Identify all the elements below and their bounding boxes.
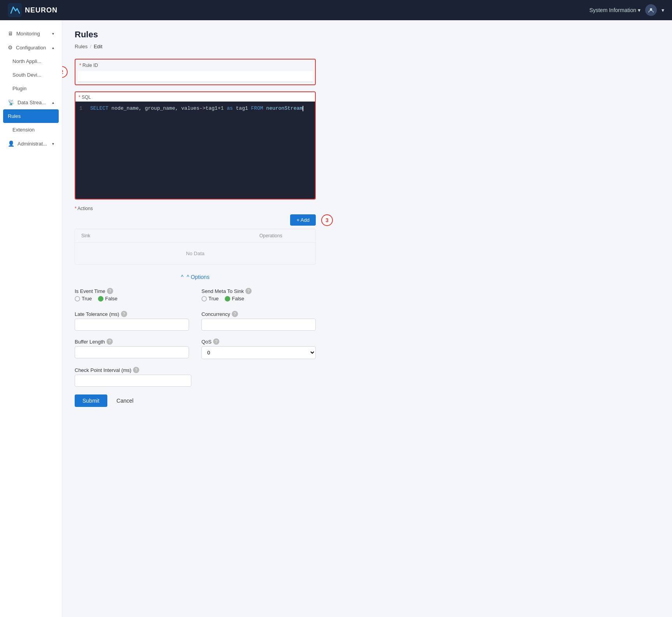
qos-label: QoS ? bbox=[201, 338, 316, 345]
sidebar-item-data-stream[interactable]: 📡 Data Strea... ▴ bbox=[0, 95, 62, 109]
sql-line-number: 1 bbox=[79, 105, 86, 111]
late-tolerance-field: Late Tolerance (ms) ? 1000 bbox=[75, 311, 189, 331]
col-sink: Sink bbox=[75, 229, 253, 242]
actions-table: Sink Operations No Data bbox=[75, 229, 316, 265]
monitor-icon: 🖥 bbox=[8, 30, 13, 37]
send-meta-radio: True False bbox=[201, 296, 316, 303]
sidebar-item-monitoring[interactable]: 🖥 Monitoring ▾ bbox=[0, 26, 62, 40]
topnav-right: System Information ▾ ▾ bbox=[589, 4, 664, 16]
is-event-time-false[interactable]: False bbox=[98, 296, 117, 301]
options-chevron-icon: ^ bbox=[181, 274, 184, 280]
options-label: ^ Options bbox=[187, 274, 210, 280]
sidebar-label-south-devices: South Devi... bbox=[12, 72, 41, 78]
send-meta-field: Send Meta To Sink ? True False bbox=[201, 288, 316, 303]
is-event-time-help-icon[interactable]: ? bbox=[107, 288, 113, 294]
sql-box: SQL 1 SELECT node_name, group_name, valu… bbox=[75, 91, 316, 200]
app-name: NEURON bbox=[25, 6, 58, 14]
options-toggle[interactable]: ^ ^ Options bbox=[75, 274, 316, 280]
breadcrumb: Rules / Edit bbox=[75, 44, 660, 49]
sidebar-item-extension[interactable]: Extension bbox=[0, 123, 62, 137]
topnav: NEURON System Information ▾ ▾ bbox=[0, 0, 672, 20]
system-info-menu[interactable]: System Information ▾ bbox=[589, 7, 640, 13]
page-title: Rules bbox=[75, 30, 660, 40]
submit-button[interactable]: Submit bbox=[75, 394, 107, 407]
system-info-label: System Information bbox=[589, 7, 636, 13]
is-event-time-field: Is Event Time ? True False bbox=[75, 288, 189, 303]
sidebar-item-south-devices[interactable]: South Devi... bbox=[0, 68, 62, 82]
chevron-configuration: ▴ bbox=[52, 46, 54, 50]
sql-code: SELECT node_name, group_name, values->ta… bbox=[90, 105, 303, 111]
concurrency-help-icon[interactable]: ? bbox=[232, 311, 238, 317]
concurrency-input[interactable]: 1 bbox=[201, 319, 316, 331]
send-meta-help-icon[interactable]: ? bbox=[245, 288, 252, 294]
buffer-length-help-icon[interactable]: ? bbox=[107, 338, 113, 345]
chevron-down-icon: ▾ bbox=[638, 7, 640, 13]
is-event-time-radio: True False bbox=[75, 296, 189, 303]
sidebar-label-plugin: Plugin bbox=[12, 86, 26, 91]
sidebar-item-configuration[interactable]: ⚙ Configuration ▴ bbox=[0, 40, 62, 54]
sidebar-label-rules: Rules bbox=[8, 113, 21, 119]
sql-editor[interactable]: 1 SELECT node_name, group_name, values->… bbox=[75, 102, 315, 199]
late-tolerance-label: Late Tolerance (ms) ? bbox=[75, 311, 189, 317]
buffer-length-field: Buffer Length ? 1024 bbox=[75, 338, 189, 359]
sql-label: SQL bbox=[75, 92, 315, 102]
datastream-icon: 📡 bbox=[8, 99, 14, 105]
user-chevron-icon[interactable]: ▾ bbox=[662, 7, 664, 13]
add-action-button[interactable]: + Add bbox=[290, 214, 316, 226]
is-event-time-true[interactable]: True bbox=[75, 296, 92, 301]
actions-label: Actions bbox=[75, 206, 316, 211]
actions-section: Actions + Add 3 Sink Operations No Data bbox=[75, 206, 316, 265]
user-avatar[interactable] bbox=[645, 4, 657, 16]
qos-help-icon[interactable]: ? bbox=[213, 338, 219, 345]
sidebar-label-administration: Administrat... bbox=[18, 141, 47, 147]
breadcrumb-rules[interactable]: Rules bbox=[75, 44, 88, 49]
radio-green-dot-2 bbox=[225, 296, 230, 301]
send-meta-false[interactable]: False bbox=[225, 296, 244, 301]
cancel-button[interactable]: Cancel bbox=[112, 394, 138, 407]
checkpoint-input[interactable]: 300000 bbox=[75, 375, 191, 387]
send-meta-true[interactable]: True bbox=[201, 296, 219, 301]
admin-icon: 👤 bbox=[8, 140, 14, 147]
sidebar-label-monitoring: Monitoring bbox=[16, 31, 40, 37]
is-event-time-label: Is Event Time ? bbox=[75, 288, 189, 294]
late-tolerance-help-icon[interactable]: ? bbox=[121, 311, 127, 317]
breadcrumb-sep: / bbox=[90, 44, 91, 49]
sidebar-label-north-apps: North Appli... bbox=[12, 58, 41, 64]
buffer-length-label: Buffer Length ? bbox=[75, 338, 189, 345]
radio-empty-circle-2 bbox=[201, 296, 207, 301]
form-actions: Submit Cancel bbox=[75, 394, 660, 407]
step-3-circle: 3 bbox=[321, 214, 333, 226]
checkpoint-help-icon[interactable]: ? bbox=[133, 367, 139, 373]
sidebar-label-data-stream: Data Strea... bbox=[18, 100, 46, 105]
no-data-row: No Data bbox=[75, 243, 315, 264]
chevron-monitoring: ▾ bbox=[52, 32, 54, 36]
checkpoint-label: Check Point Interval (ms) ? bbox=[75, 367, 316, 373]
send-meta-label: Send Meta To Sink ? bbox=[201, 288, 316, 294]
sidebar-label-configuration: Configuration bbox=[16, 45, 46, 51]
qos-select[interactable]: 0 1 2 bbox=[201, 346, 316, 359]
rule-id-label: Rule ID bbox=[78, 62, 313, 70]
sidebar-item-rules[interactable]: Rules bbox=[3, 109, 59, 123]
svg-point-1 bbox=[650, 8, 652, 11]
config-icon: ⚙ bbox=[8, 44, 13, 51]
step-2-circle: 2 bbox=[62, 66, 68, 78]
buffer-length-input[interactable]: 1024 bbox=[75, 346, 189, 358]
chevron-datastream: ▴ bbox=[52, 100, 54, 105]
options-grid: Is Event Time ? True False S bbox=[75, 288, 316, 387]
main-content: Rules Rules / Edit 2 Rule ID increment_r… bbox=[62, 20, 672, 617]
sidebar-item-administration[interactable]: 👤 Administrat... ▾ bbox=[0, 137, 62, 151]
sidebar-label-extension: Extension bbox=[12, 127, 35, 133]
app-logo: NEURON bbox=[8, 3, 58, 17]
rule-id-input[interactable]: increment_rule bbox=[78, 71, 313, 82]
radio-empty-circle bbox=[75, 296, 80, 301]
sidebar-item-plugin[interactable]: Plugin bbox=[0, 82, 62, 95]
checkpoint-field: Check Point Interval (ms) ? 300000 bbox=[75, 367, 316, 387]
sidebar-item-north-apps[interactable]: North Appli... bbox=[0, 54, 62, 68]
radio-green-dot bbox=[98, 296, 103, 301]
add-btn-row: + Add 3 bbox=[75, 214, 316, 226]
late-tolerance-input[interactable]: 1000 bbox=[75, 319, 189, 331]
concurrency-field: Concurrency ? 1 bbox=[201, 311, 316, 331]
concurrency-label: Concurrency ? bbox=[201, 311, 316, 317]
col-operations: Operations bbox=[253, 229, 315, 242]
qos-field: QoS ? 0 1 2 bbox=[201, 338, 316, 359]
